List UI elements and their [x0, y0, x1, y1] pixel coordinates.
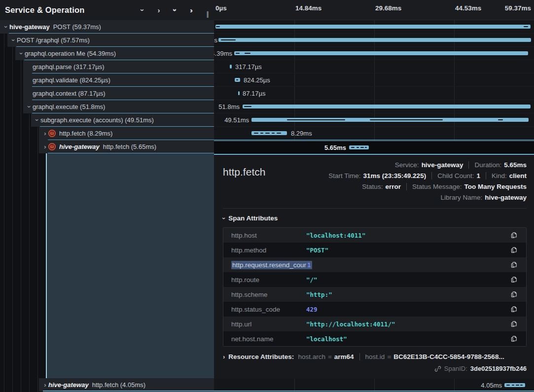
chevron-down-icon[interactable]: ›: [18, 50, 25, 57]
chevron-down-icon[interactable]: ›: [3, 24, 9, 30]
span-tree-row[interactable]: › graphql.operation Me (54.39ms): [15, 47, 214, 60]
span-tree-row[interactable]: graphql.parse (317.17µs): [23, 60, 214, 73]
ruler-tick: 29.68ms: [375, 4, 401, 12]
copy-icon: [510, 320, 518, 328]
double-chevron-right-icon[interactable]: ››: [187, 6, 195, 14]
chevron-down-icon[interactable]: ›: [139, 6, 147, 14]
span-bar[interactable]: [230, 65, 232, 69]
meta-divider: [468, 161, 469, 169]
span-bar-row: [214, 20, 534, 34]
chevron-right-icon[interactable]: ›: [42, 130, 48, 137]
chevron-down-icon[interactable]: ›: [10, 37, 17, 43]
copy-button[interactable]: [505, 246, 522, 254]
span-id-row: SpanID: 3de02518937fb246: [223, 365, 527, 372]
resource-attributes-title: Resource Attributes:: [228, 353, 294, 360]
attribute-key: http.scheme: [231, 291, 306, 298]
span-bar-row: 51.8ms: [214, 100, 534, 113]
copy-button[interactable]: [505, 276, 522, 284]
selected-text: http.request.resend_count: [231, 261, 311, 269]
meta-label: Child Count:: [437, 172, 474, 179]
chevron-down-icon[interactable]: ›: [26, 104, 33, 110]
chevron-right-icon[interactable]: ›: [42, 382, 48, 388]
copy-button[interactable]: [505, 231, 522, 239]
equals-sign: =: [328, 353, 332, 360]
chevron-down-icon: ›: [221, 217, 227, 219]
span-label: graphql.context (87.17µs): [33, 87, 106, 100]
meta-label: Library Name:: [440, 194, 482, 201]
ruler-tick: 59.37ms: [505, 4, 531, 12]
span-duration-label: 49.51ms: [224, 113, 249, 127]
span-bar[interactable]: [504, 383, 525, 387]
span-tree-row[interactable]: › hive-gateway POST (59.37ms): [0, 20, 214, 34]
span-bar-row: 4.05ms: [214, 379, 534, 392]
copy-icon: [510, 246, 518, 254]
span-tree-row[interactable]: › POST /graphql (57.57ms): [7, 34, 214, 47]
attribute-row-selected: http.request.resend_count 1: [223, 257, 526, 272]
span-bar-row: 57.57ms: [214, 34, 534, 47]
double-chevron-down-icon[interactable]: ››: [171, 6, 179, 14]
attribute-key: http.host: [231, 232, 306, 239]
span-bar[interactable]: [251, 118, 529, 122]
span-bar[interactable]: [238, 91, 240, 95]
meta-value-library-name: hive-gateway: [485, 194, 527, 201]
chevron-right-icon: ›: [223, 354, 225, 360]
span-duration-label: 8.29ms: [291, 127, 312, 140]
chevron-right-icon[interactable]: ›: [42, 143, 48, 150]
chevron-right-icon[interactable]: ›: [155, 6, 163, 14]
attribute-value: 1: [306, 261, 505, 269]
attribute-key: http.request.resend_count: [231, 261, 306, 269]
span-bar[interactable]: [235, 78, 240, 82]
span-tree-row[interactable]: graphql.context (87.17µs): [23, 87, 214, 100]
span-bar[interactable]: [218, 38, 531, 42]
panel-resize-handle[interactable]: ▕▏: [203, 11, 213, 18]
error-icon: !: [48, 143, 56, 150]
attribute-value: "POST": [306, 247, 505, 254]
copy-button[interactable]: [505, 305, 522, 313]
span-tree-row-selected[interactable]: › ! hive-gateway http.fetch (5.65ms): [39, 140, 214, 153]
span-bar[interactable]: [251, 131, 287, 135]
ruler-tick: 44.53ms: [455, 4, 481, 12]
span-duration-label: 87.17µs: [243, 87, 266, 100]
copy-button[interactable]: [505, 290, 522, 298]
span-duration-label: 4.05ms: [481, 379, 502, 392]
copy-button[interactable]: [505, 335, 522, 343]
span-tree-row[interactable]: › hive-gateway http.fetch (4.05ms): [39, 378, 214, 392]
span-service-name: hive-gateway: [9, 21, 50, 34]
span-bar-row: 49.51ms: [214, 113, 534, 127]
resource-value: BC62E13B-C4CC-5854-9788-2568...: [393, 353, 504, 360]
service-operation-panel: Service & Operation › › ›› ›› ▕▏ › hive-…: [0, 0, 214, 392]
copy-button[interactable]: [505, 320, 522, 328]
meta-divider: [431, 172, 432, 179]
span-bar[interactable]: [215, 25, 531, 29]
attribute-key: http.url: [231, 321, 306, 328]
span-label: graphql.operation Me (54.39ms): [25, 47, 116, 60]
span-tree-row[interactable]: › subgraph.execute (accounts) (49.51ms): [31, 113, 214, 127]
span-bar-row: 54.39ms: [214, 47, 534, 60]
span-label: graphql.execute (51.8ms): [33, 101, 105, 113]
span-label: http.fetch (4.05ms): [92, 379, 145, 392]
copy-icon: [510, 276, 518, 284]
copy-icon: [510, 335, 518, 343]
link-icon[interactable]: [434, 365, 441, 372]
attribute-row: http.url "http://localhost:4011/": [223, 317, 526, 331]
span-label: http.fetch (5.65ms): [103, 141, 156, 153]
span-bar[interactable]: [234, 51, 528, 55]
attribute-key: http.method: [231, 247, 306, 254]
span-meta: Service: hive-gateway Duration: 5.65ms S…: [328, 161, 527, 201]
span-bar-row-selected: 5.65ms: [214, 141, 534, 154]
span-bar[interactable]: [349, 145, 369, 149]
attribute-row: http.status_code 429: [223, 302, 526, 317]
resource-attributes-row[interactable]: › Resource Attributes: host.arch = arm64…: [223, 353, 527, 360]
span-bar-row: 317.17µs: [214, 60, 534, 73]
copy-button[interactable]: [505, 261, 522, 269]
meta-value-duration: 5.65ms: [504, 161, 527, 169]
chevron-down-icon[interactable]: ›: [34, 117, 40, 123]
span-tree-row[interactable]: › ! http.fetch (8.29ms): [39, 127, 214, 140]
span-tree-row[interactable]: › graphql.execute (51.8ms): [23, 100, 214, 113]
attribute-key: http.status_code: [231, 306, 306, 313]
span-duration-label: 57.57ms: [214, 34, 217, 47]
span-tree-row[interactable]: graphql.validate (824.25µs): [23, 73, 214, 87]
span-bar[interactable]: [243, 105, 531, 108]
resource-value: arm64: [334, 353, 354, 360]
span-attributes-section-header[interactable]: › Span Attributes: [223, 214, 527, 222]
